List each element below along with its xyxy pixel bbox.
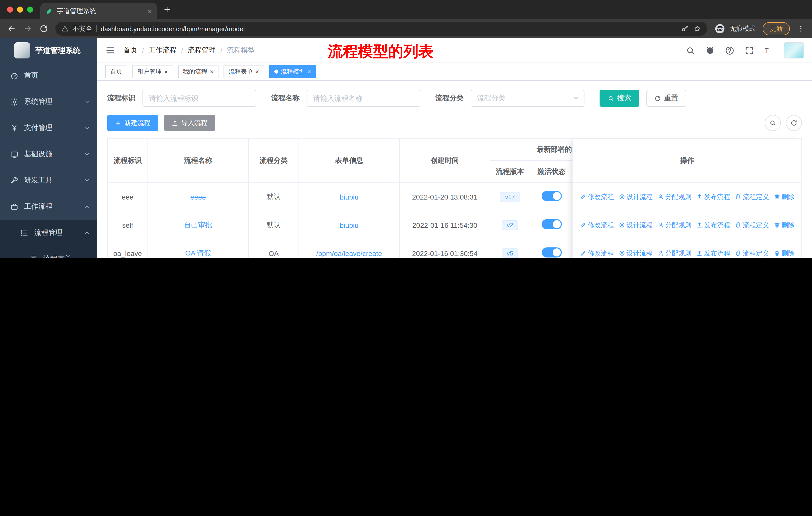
filter-process-id: 流程标识 xyxy=(107,90,256,107)
sidebar-item-infrastructure[interactable]: 基础设施 xyxy=(0,141,97,167)
sidebar-item-payment[interactable]: 支付管理 xyxy=(0,115,97,141)
cell-status xyxy=(530,211,573,239)
close-icon[interactable]: × xyxy=(308,68,311,75)
form-info-link[interactable]: /bpm/oa/leave/create xyxy=(316,249,382,257)
action-design-process-link[interactable]: 设计流程 xyxy=(618,220,653,229)
form-info-link[interactable]: biubiu xyxy=(340,221,359,229)
hamburger-icon[interactable] xyxy=(105,45,115,55)
activation-toggle[interactable] xyxy=(542,191,561,201)
search-icon[interactable] xyxy=(686,46,695,55)
cell-category: 默认 xyxy=(249,211,299,239)
address-bar[interactable]: 不安全 dashboard.yudao.iocoder.cn/bpm/manag… xyxy=(55,22,707,36)
action-publish-process-link[interactable]: 发布流程 xyxy=(696,249,730,258)
action-label: 分配规则 xyxy=(665,220,691,229)
breadcrumb-item[interactable]: 首页 xyxy=(123,46,138,55)
browser-menu-icon[interactable] xyxy=(797,25,805,33)
github-icon[interactable] xyxy=(705,46,715,55)
tag-process-form[interactable]: 流程表单 × xyxy=(224,65,264,78)
tab-close-icon[interactable]: × xyxy=(147,7,152,15)
tag-home[interactable]: 首页 xyxy=(105,65,127,78)
cell-process-id: self xyxy=(108,211,148,239)
fullscreen-icon[interactable] xyxy=(745,46,754,55)
url-text[interactable]: dashboard.yudao.iocoder.cn/bpm/manager/m… xyxy=(101,25,677,32)
browser-update-button[interactable]: 更新 xyxy=(763,22,790,35)
window-zoom-button[interactable] xyxy=(27,6,33,12)
back-icon[interactable] xyxy=(7,24,16,33)
operation-row: 修改流程 设计流程 分配规则 发布流程 流程定义 删除 xyxy=(573,239,802,258)
action-delete-link[interactable]: 删除 xyxy=(774,249,794,258)
process-category-select[interactable]: 流程分类 xyxy=(471,90,584,107)
bookmark-star-icon[interactable] xyxy=(693,25,701,33)
operation-row: 修改流程 设计流程 分配规则 发布流程 流程定义 删除 xyxy=(573,183,802,211)
search-button[interactable]: 搜索 xyxy=(600,90,639,107)
window-close-button[interactable] xyxy=(7,6,13,12)
cell-process-name: 自己审批 xyxy=(148,211,249,239)
action-label: 删除 xyxy=(782,220,794,229)
close-icon[interactable]: × xyxy=(210,68,213,75)
tag-label: 流程模型 xyxy=(281,67,305,76)
form-info-link[interactable]: biubiu xyxy=(340,193,359,201)
action-process-definition-link[interactable]: 流程定义 xyxy=(735,220,769,229)
sidebar-item-label: 流程管理 xyxy=(34,228,62,237)
action-process-definition-link[interactable]: 流程定义 xyxy=(735,192,769,201)
help-icon[interactable] xyxy=(725,46,734,55)
breadcrumb-item[interactable]: 工作流程 xyxy=(148,46,177,55)
activation-toggle[interactable] xyxy=(542,219,561,229)
activation-toggle[interactable] xyxy=(542,247,561,257)
sidebar-item-devtools[interactable]: 研发工具 xyxy=(0,167,97,193)
cell-created-time: 2022-01-16 11:54:30 xyxy=(400,211,490,239)
sidebar-item-system[interactable]: 系统管理 xyxy=(0,89,97,115)
sidebar-item-workflow[interactable]: 工作流程 xyxy=(0,193,97,220)
sidebar-item-process-form[interactable]: 流程表单 xyxy=(0,246,97,258)
action-delete-link[interactable]: 删除 xyxy=(774,192,794,201)
action-publish-process-link[interactable]: 发布流程 xyxy=(696,220,730,229)
user-avatar[interactable] xyxy=(784,42,804,58)
process-name-link[interactable]: eeee xyxy=(190,193,206,201)
sidebar-item-home[interactable]: 首页 xyxy=(0,62,97,89)
action-label: 发布流程 xyxy=(704,220,730,229)
process-name-link[interactable]: 自己审批 xyxy=(184,220,212,228)
action-process-definition-link[interactable]: 流程定义 xyxy=(735,249,769,258)
reset-button[interactable]: 重置 xyxy=(646,90,686,107)
action-label: 流程定义 xyxy=(743,192,769,201)
password-key-icon[interactable] xyxy=(681,25,689,33)
toggle-search-button[interactable] xyxy=(765,115,781,131)
action-design-process-link[interactable]: 设计流程 xyxy=(618,249,653,258)
insecure-warning-icon[interactable] xyxy=(61,25,68,32)
create-process-button[interactable]: 新建流程 xyxy=(107,115,158,131)
tag-process-model[interactable]: 流程模型 × xyxy=(269,65,316,78)
page-content: 流程标识 流程名称 流程分类 流程分类 xyxy=(97,81,812,258)
import-process-button[interactable]: 导入流程 xyxy=(164,115,215,131)
reload-icon[interactable] xyxy=(39,24,48,33)
breadcrumb-item[interactable]: 流程管理 xyxy=(188,46,216,55)
cell-version: v5 xyxy=(490,239,530,258)
action-assign-rule-link[interactable]: 分配规则 xyxy=(657,192,691,201)
action-edit-process-link[interactable]: 修改流程 xyxy=(580,220,614,229)
close-icon[interactable]: × xyxy=(255,68,259,75)
action-assign-rule-link[interactable]: 分配规则 xyxy=(657,249,691,258)
tag-label: 我的流程 xyxy=(183,67,207,76)
browser-toolbar: 不安全 dashboard.yudao.iocoder.cn/bpm/manag… xyxy=(0,19,812,38)
security-label[interactable]: 不安全 xyxy=(72,24,92,33)
action-assign-rule-link[interactable]: 分配规则 xyxy=(657,220,691,229)
browser-tab[interactable]: 芋道管理系统 × xyxy=(40,3,157,19)
action-publish-process-link[interactable]: 发布流程 xyxy=(696,192,730,201)
action-design-process-link[interactable]: 设计流程 xyxy=(618,192,653,201)
window-minimize-button[interactable] xyxy=(17,6,23,12)
process-name-link[interactable]: OA 请假 xyxy=(185,249,211,257)
new-tab-icon[interactable] xyxy=(163,5,171,13)
refresh-table-button[interactable] xyxy=(786,115,802,131)
action-edit-process-link[interactable]: 修改流程 xyxy=(580,192,614,201)
process-name-input[interactable] xyxy=(307,90,420,107)
font-size-icon[interactable]: TT xyxy=(764,46,774,55)
action-label: 分配规则 xyxy=(665,249,691,258)
action-delete-link[interactable]: 删除 xyxy=(774,220,794,229)
tag-tenant[interactable]: 租户管理 × xyxy=(133,65,173,78)
sidebar-item-label: 流程表单 xyxy=(43,254,71,258)
sidebar-item-process-management[interactable]: 流程管理 xyxy=(0,220,97,246)
tag-my-process[interactable]: 我的流程 × xyxy=(178,65,219,78)
close-icon[interactable]: × xyxy=(164,68,168,75)
process-id-input[interactable] xyxy=(142,90,256,107)
forward-icon[interactable] xyxy=(23,24,32,33)
action-edit-process-link[interactable]: 修改流程 xyxy=(580,249,614,258)
